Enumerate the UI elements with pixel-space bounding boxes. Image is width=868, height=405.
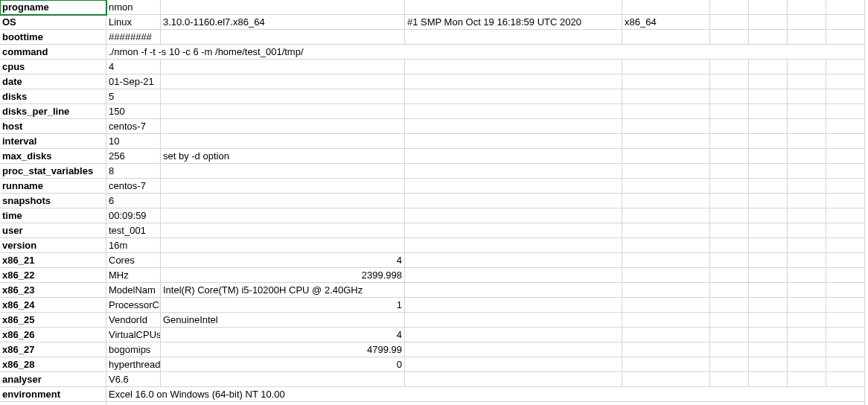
- data-cell[interactable]: nmon: [106, 0, 161, 15]
- data-cell[interactable]: [161, 208, 405, 223]
- data-cell[interactable]: [622, 74, 710, 89]
- row-label[interactable]: date: [0, 74, 106, 89]
- data-cell[interactable]: [161, 104, 405, 119]
- data-cell[interactable]: [826, 283, 865, 298]
- data-cell[interactable]: [826, 60, 865, 74]
- row-label[interactable]: x86_23: [0, 283, 106, 298]
- data-cell[interactable]: hyperthreads: [106, 357, 161, 372]
- data-cell[interactable]: [826, 0, 865, 15]
- row-label[interactable]: snapshots: [0, 194, 106, 208]
- data-cell[interactable]: 01-Sep-21: [106, 74, 161, 89]
- data-cell[interactable]: [161, 194, 405, 208]
- data-cell[interactable]: [749, 74, 788, 89]
- data-cell[interactable]: [161, 60, 405, 74]
- data-cell[interactable]: [710, 30, 749, 45]
- data-cell[interactable]: [405, 89, 622, 104]
- row-label[interactable]: x86_24: [0, 298, 106, 313]
- data-cell[interactable]: bogomips: [106, 342, 161, 357]
- data-cell[interactable]: [622, 223, 710, 238]
- data-cell[interactable]: [622, 283, 710, 298]
- data-cell[interactable]: 1: [161, 298, 405, 313]
- data-cell[interactable]: [788, 283, 826, 298]
- data-cell[interactable]: [788, 89, 826, 104]
- data-cell[interactable]: ./nmon -f -t -s 10 -c 6 -m /home/test_00…: [106, 45, 865, 60]
- data-cell[interactable]: [710, 164, 749, 179]
- data-cell[interactable]: [749, 30, 788, 45]
- data-cell[interactable]: [405, 208, 622, 223]
- row-label[interactable]: command: [0, 45, 106, 60]
- data-cell[interactable]: [826, 298, 865, 313]
- data-cell[interactable]: [710, 328, 749, 342]
- data-cell[interactable]: [749, 104, 788, 119]
- data-cell[interactable]: [622, 119, 710, 134]
- data-cell[interactable]: MHz: [106, 268, 161, 283]
- data-cell[interactable]: [749, 149, 788, 164]
- row-label[interactable]: x86_27: [0, 342, 106, 357]
- data-cell[interactable]: [405, 194, 622, 208]
- data-cell[interactable]: VirtualCPUs: [106, 328, 161, 342]
- data-cell[interactable]: centos-7: [106, 179, 161, 194]
- data-cell[interactable]: [710, 223, 749, 238]
- data-cell[interactable]: [788, 194, 826, 208]
- data-cell[interactable]: [749, 313, 788, 328]
- data-cell[interactable]: [749, 268, 788, 283]
- data-cell[interactable]: [749, 179, 788, 194]
- data-cell[interactable]: [788, 74, 826, 89]
- data-cell[interactable]: [749, 298, 788, 313]
- data-cell[interactable]: [749, 223, 788, 238]
- data-cell[interactable]: [826, 328, 865, 342]
- data-cell[interactable]: centos-7: [106, 119, 161, 134]
- data-cell[interactable]: [622, 164, 710, 179]
- row-label[interactable]: host: [0, 119, 106, 134]
- data-cell[interactable]: [710, 60, 749, 74]
- data-cell[interactable]: test_001: [106, 223, 161, 238]
- row-label[interactable]: proc_stat_variables: [0, 164, 106, 179]
- data-cell[interactable]: 6: [106, 194, 161, 208]
- data-cell[interactable]: [161, 0, 405, 15]
- row-label[interactable]: interval: [0, 134, 106, 149]
- data-cell[interactable]: [405, 149, 622, 164]
- data-cell[interactable]: [749, 372, 788, 387]
- row-label[interactable]: x86_22: [0, 268, 106, 283]
- data-cell[interactable]: [749, 15, 788, 30]
- data-cell[interactable]: 2399.998: [161, 268, 405, 283]
- data-cell[interactable]: [788, 372, 826, 387]
- data-cell[interactable]: [710, 15, 749, 30]
- data-cell[interactable]: [788, 208, 826, 223]
- data-cell[interactable]: 4: [161, 253, 405, 268]
- data-cell[interactable]: [826, 372, 865, 387]
- data-cell[interactable]: [710, 372, 749, 387]
- data-cell[interactable]: V6.6: [106, 372, 161, 387]
- data-cell[interactable]: 150: [106, 104, 161, 119]
- data-cell[interactable]: [161, 372, 405, 387]
- data-cell[interactable]: [622, 208, 710, 223]
- data-cell[interactable]: [788, 119, 826, 134]
- data-cell[interactable]: [710, 298, 749, 313]
- data-cell[interactable]: [622, 134, 710, 149]
- data-cell[interactable]: [826, 119, 865, 134]
- row-label[interactable]: analyser: [0, 372, 106, 387]
- data-cell[interactable]: [622, 149, 710, 164]
- data-cell[interactable]: [749, 119, 788, 134]
- data-cell[interactable]: [788, 268, 826, 283]
- data-cell[interactable]: [749, 194, 788, 208]
- data-cell[interactable]: [788, 298, 826, 313]
- data-cell[interactable]: ProcessorCh: [106, 298, 161, 313]
- data-cell[interactable]: [622, 342, 710, 357]
- data-cell[interactable]: [826, 15, 865, 30]
- data-cell[interactable]: [749, 342, 788, 357]
- data-cell[interactable]: 3.10.0-1160.el7.x86_64: [161, 15, 405, 30]
- data-cell[interactable]: [405, 60, 622, 74]
- data-cell[interactable]: [405, 223, 622, 238]
- data-cell[interactable]: 8: [106, 164, 161, 179]
- data-cell[interactable]: [788, 164, 826, 179]
- data-cell[interactable]: [710, 179, 749, 194]
- data-cell[interactable]: [405, 0, 622, 15]
- data-cell[interactable]: [405, 372, 622, 387]
- data-cell[interactable]: [826, 208, 865, 223]
- row-label[interactable]: version: [0, 238, 106, 253]
- data-cell[interactable]: [749, 164, 788, 179]
- data-cell[interactable]: [749, 357, 788, 372]
- row-label[interactable]: progname: [0, 0, 106, 15]
- data-cell[interactable]: 00:09:59: [106, 208, 161, 223]
